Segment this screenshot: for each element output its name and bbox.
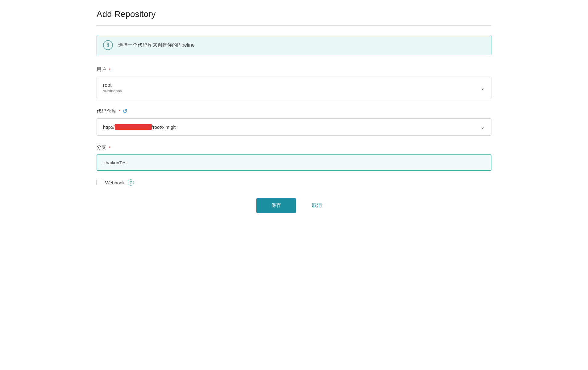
user-dropdown[interactable]: root suixingpay ⌄ (97, 77, 491, 99)
save-button[interactable]: 保存 (256, 198, 296, 213)
branch-field-label: 分支 * (97, 144, 491, 151)
branch-section: 分支 * (97, 144, 491, 171)
repo-url-suffix: /root/xlm.git (152, 124, 176, 130)
repo-url-redacted (115, 124, 152, 130)
page-container: Add Repository ℹ 选择一个代码库来创建你的Pipeline 用户… (84, 0, 504, 232)
refresh-icon[interactable]: ↺ (123, 108, 127, 115)
user-name: root (103, 82, 122, 88)
branch-required-star: * (109, 145, 110, 150)
user-required-star: * (109, 67, 110, 72)
page-title: Add Repository (97, 9, 491, 19)
divider (97, 25, 491, 26)
repo-section: 代码仓库 * ↺ http:// /root/xlm.git ⌄ (97, 108, 491, 136)
info-banner-text: 选择一个代码库来创建你的Pipeline (118, 42, 195, 48)
user-dropdown-content: root suixingpay (103, 82, 122, 93)
user-field-label: 用户 * (97, 66, 491, 73)
repo-dropdown[interactable]: http:// /root/xlm.git ⌄ (97, 118, 491, 136)
branch-input[interactable] (97, 154, 491, 171)
webhook-help-icon[interactable]: ? (128, 179, 134, 186)
repo-chevron-icon: ⌄ (480, 124, 485, 130)
button-row: 保存 取消 (97, 198, 491, 213)
repo-url-prefix: http:// (103, 124, 115, 130)
cancel-button[interactable]: 取消 (302, 198, 332, 213)
user-section: 用户 * root suixingpay ⌄ (97, 66, 491, 99)
info-banner: ℹ 选择一个代码库来创建你的Pipeline (97, 35, 491, 55)
webhook-section: Webhook ? (97, 179, 491, 186)
webhook-checkbox[interactable] (97, 180, 102, 185)
user-chevron-icon: ⌄ (480, 85, 485, 91)
repo-required-star: * (119, 109, 120, 114)
info-icon: ℹ (103, 40, 113, 50)
repo-url: http:// /root/xlm.git (103, 124, 176, 130)
user-org: suixingpay (103, 89, 122, 93)
repo-field-label: 代码仓库 * ↺ (97, 108, 491, 115)
webhook-label[interactable]: Webhook (105, 180, 125, 185)
